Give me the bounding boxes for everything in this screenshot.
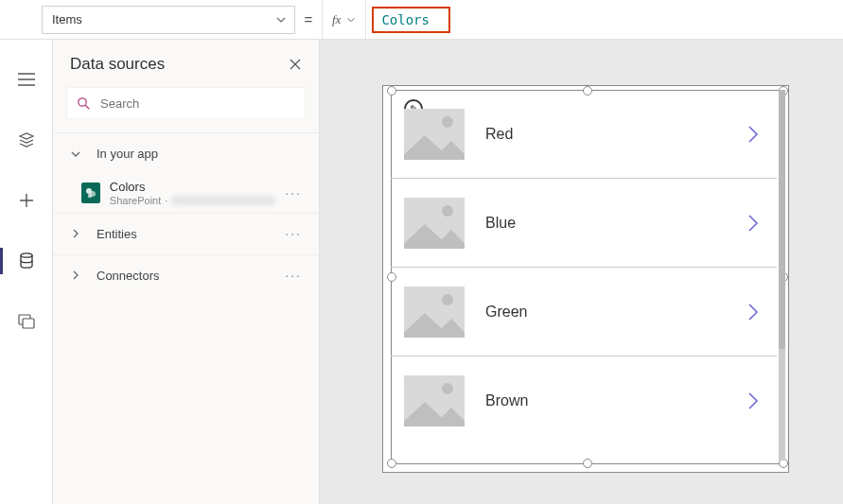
section-connectors[interactable]: Connectors ··· xyxy=(53,254,319,296)
section-label: Entities xyxy=(97,227,137,241)
left-rail xyxy=(0,40,53,504)
chevron-down-icon xyxy=(275,14,287,26)
sharepoint-icon xyxy=(81,182,100,203)
datasource-name: Colors xyxy=(110,180,276,195)
chevron-down-icon xyxy=(70,148,83,160)
panel-title: Data sources xyxy=(70,55,165,74)
chevron-right-icon[interactable] xyxy=(746,124,760,145)
section-label: In your app xyxy=(97,147,158,161)
datasource-subtitle: SharePoint · xyxy=(110,195,276,207)
list-item[interactable]: Brown xyxy=(391,356,777,445)
section-label: Connectors xyxy=(97,269,159,283)
fx-button[interactable]: fx xyxy=(322,0,365,40)
image-placeholder-icon xyxy=(404,198,465,249)
image-placeholder-icon xyxy=(404,287,465,338)
svg-point-3 xyxy=(79,97,86,105)
list-item[interactable]: Blue xyxy=(391,179,777,268)
formula-text: Colors xyxy=(372,7,450,33)
scrollbar[interactable] xyxy=(779,90,785,461)
fx-label: fx xyxy=(332,12,341,27)
image-placeholder-icon xyxy=(404,109,465,160)
item-title: Blue xyxy=(485,215,516,232)
rail-media[interactable] xyxy=(0,304,52,339)
list-item[interactable]: Green xyxy=(391,268,777,356)
formula-input[interactable]: Colors xyxy=(365,0,843,40)
chevron-right-icon[interactable] xyxy=(746,302,760,322)
chevron-right-icon[interactable] xyxy=(746,391,760,411)
formula-bar: Items = fx Colors xyxy=(0,0,843,40)
datasource-item-colors[interactable]: Colors SharePoint · ··· xyxy=(53,174,319,213)
more-icon[interactable]: ··· xyxy=(285,226,302,241)
search-input[interactable] xyxy=(100,96,295,111)
search-icon xyxy=(77,96,91,111)
equals-label: = xyxy=(295,11,322,27)
svg-point-0 xyxy=(21,253,32,257)
canvas[interactable]: ✎ Red Blue Green xyxy=(320,40,843,504)
more-icon[interactable]: ··· xyxy=(285,185,302,200)
data-sources-panel: Data sources In your app Colors xyxy=(53,40,320,504)
close-icon[interactable] xyxy=(289,58,302,71)
item-title: Red xyxy=(485,126,513,143)
rail-tree[interactable] xyxy=(0,123,52,157)
property-selector[interactable]: Items xyxy=(42,6,295,34)
chevron-right-icon[interactable] xyxy=(746,213,760,234)
redacted-text xyxy=(171,196,275,205)
image-placeholder-icon xyxy=(404,375,465,426)
section-in-your-app[interactable]: In your app xyxy=(53,132,319,174)
rail-menu[interactable] xyxy=(0,62,52,96)
svg-rect-2 xyxy=(23,319,34,328)
chevron-down-icon xyxy=(346,15,356,25)
chevron-right-icon xyxy=(70,269,83,281)
item-title: Green xyxy=(485,304,527,321)
screen-preview: ✎ Red Blue Green xyxy=(382,85,789,473)
rail-insert[interactable] xyxy=(0,183,52,217)
section-entities[interactable]: Entities ··· xyxy=(53,213,319,254)
item-title: Brown xyxy=(485,392,528,409)
more-icon[interactable]: ··· xyxy=(285,268,302,283)
search-input-wrap[interactable] xyxy=(66,87,306,119)
list-item[interactable]: Red xyxy=(391,90,777,179)
gallery: ✎ Red Blue Green xyxy=(391,90,777,464)
svg-point-6 xyxy=(88,194,92,198)
chevron-right-icon xyxy=(70,228,83,239)
rail-data[interactable] xyxy=(0,244,52,278)
property-selector-label: Items xyxy=(52,12,82,26)
